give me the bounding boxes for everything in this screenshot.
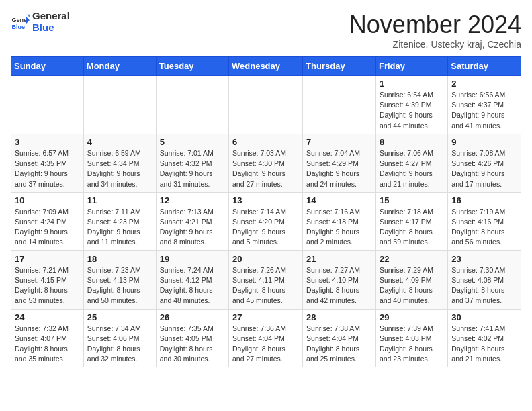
day-cell: 21Sunrise: 7:27 AM Sunset: 4:10 PM Dayli… bbox=[303, 250, 376, 309]
day-cell: 28Sunrise: 7:38 AM Sunset: 4:04 PM Dayli… bbox=[303, 309, 376, 367]
day-info: Sunrise: 7:32 AM Sunset: 4:07 PM Dayligh… bbox=[15, 324, 80, 365]
title-block: November 2024 Zitenice, Ustecky kraj, Cz… bbox=[349, 11, 521, 50]
month-title: November 2024 bbox=[349, 11, 521, 39]
day-info: Sunrise: 7:36 AM Sunset: 4:04 PM Dayligh… bbox=[232, 324, 299, 365]
day-cell: 19Sunrise: 7:24 AM Sunset: 4:12 PM Dayli… bbox=[156, 250, 228, 309]
day-info: Sunrise: 7:11 AM Sunset: 4:23 PM Dayligh… bbox=[87, 207, 152, 248]
day-cell: 23Sunrise: 7:30 AM Sunset: 4:08 PM Dayli… bbox=[448, 250, 521, 309]
weekday-monday: Monday bbox=[83, 57, 156, 76]
day-number: 15 bbox=[380, 195, 444, 205]
day-number: 10 bbox=[15, 195, 80, 205]
day-cell: 27Sunrise: 7:36 AM Sunset: 4:04 PM Dayli… bbox=[229, 309, 303, 367]
week-row-1: 1Sunrise: 6:54 AM Sunset: 4:39 PM Daylig… bbox=[11, 76, 521, 134]
day-cell: 13Sunrise: 7:14 AM Sunset: 4:20 PM Dayli… bbox=[229, 192, 303, 250]
day-cell: 24Sunrise: 7:32 AM Sunset: 4:07 PM Dayli… bbox=[11, 309, 84, 367]
day-cell: 30Sunrise: 7:41 AM Sunset: 4:02 PM Dayli… bbox=[448, 309, 521, 367]
weekday-header-row: SundayMondayTuesdayWednesdayThursdayFrid… bbox=[11, 57, 521, 76]
logo-blue: Blue bbox=[32, 21, 54, 33]
day-info: Sunrise: 7:30 AM Sunset: 4:08 PM Dayligh… bbox=[451, 265, 517, 306]
day-number: 5 bbox=[160, 137, 225, 147]
day-number: 2 bbox=[451, 79, 517, 89]
week-row-3: 10Sunrise: 7:09 AM Sunset: 4:24 PM Dayli… bbox=[11, 192, 521, 250]
day-cell: 8Sunrise: 7:06 AM Sunset: 4:27 PM Daylig… bbox=[375, 134, 447, 192]
day-number: 25 bbox=[87, 312, 152, 322]
day-info: Sunrise: 7:19 AM Sunset: 4:16 PM Dayligh… bbox=[451, 207, 517, 248]
logo: General Blue General Blue bbox=[11, 11, 70, 33]
day-info: Sunrise: 7:41 AM Sunset: 4:02 PM Dayligh… bbox=[451, 324, 517, 365]
day-info: Sunrise: 7:24 AM Sunset: 4:12 PM Dayligh… bbox=[160, 265, 225, 306]
day-cell: 18Sunrise: 7:23 AM Sunset: 4:13 PM Dayli… bbox=[83, 250, 156, 309]
day-cell: 3Sunrise: 6:57 AM Sunset: 4:35 PM Daylig… bbox=[11, 134, 84, 192]
day-info: Sunrise: 7:26 AM Sunset: 4:11 PM Dayligh… bbox=[232, 265, 299, 306]
calendar-body: 1Sunrise: 6:54 AM Sunset: 4:39 PM Daylig… bbox=[11, 76, 521, 367]
day-info: Sunrise: 7:04 AM Sunset: 4:29 PM Dayligh… bbox=[306, 148, 372, 189]
day-number: 16 bbox=[451, 195, 517, 205]
day-info: Sunrise: 7:35 AM Sunset: 4:05 PM Dayligh… bbox=[160, 324, 225, 365]
day-number: 14 bbox=[306, 195, 372, 205]
week-row-5: 24Sunrise: 7:32 AM Sunset: 4:07 PM Dayli… bbox=[11, 309, 521, 367]
day-cell: 14Sunrise: 7:16 AM Sunset: 4:18 PM Dayli… bbox=[303, 192, 376, 250]
day-number: 30 bbox=[451, 312, 517, 322]
day-cell bbox=[156, 76, 228, 134]
day-number: 21 bbox=[306, 254, 372, 264]
day-cell: 12Sunrise: 7:13 AM Sunset: 4:21 PM Dayli… bbox=[156, 192, 228, 250]
weekday-saturday: Saturday bbox=[448, 57, 521, 76]
day-cell: 22Sunrise: 7:29 AM Sunset: 4:09 PM Dayli… bbox=[375, 250, 447, 309]
day-number: 8 bbox=[380, 137, 444, 147]
day-number: 3 bbox=[15, 137, 80, 147]
logo-icon: General Blue bbox=[11, 13, 30, 32]
day-info: Sunrise: 7:03 AM Sunset: 4:30 PM Dayligh… bbox=[232, 148, 299, 189]
day-cell bbox=[229, 76, 303, 134]
day-cell: 29Sunrise: 7:39 AM Sunset: 4:03 PM Dayli… bbox=[375, 309, 447, 367]
day-info: Sunrise: 7:01 AM Sunset: 4:32 PM Dayligh… bbox=[160, 148, 225, 189]
day-number: 13 bbox=[232, 195, 299, 205]
day-cell: 9Sunrise: 7:08 AM Sunset: 4:26 PM Daylig… bbox=[448, 134, 521, 192]
day-cell: 2Sunrise: 6:56 AM Sunset: 4:37 PM Daylig… bbox=[448, 76, 521, 134]
day-cell bbox=[303, 76, 376, 134]
day-info: Sunrise: 6:59 AM Sunset: 4:34 PM Dayligh… bbox=[87, 148, 152, 189]
logo-general: General bbox=[32, 10, 70, 21]
day-cell: 6Sunrise: 7:03 AM Sunset: 4:30 PM Daylig… bbox=[229, 134, 303, 192]
day-cell: 4Sunrise: 6:59 AM Sunset: 4:34 PM Daylig… bbox=[83, 134, 156, 192]
week-row-2: 3Sunrise: 6:57 AM Sunset: 4:35 PM Daylig… bbox=[11, 134, 521, 192]
day-info: Sunrise: 7:21 AM Sunset: 4:15 PM Dayligh… bbox=[15, 265, 80, 306]
day-number: 9 bbox=[451, 137, 517, 147]
day-info: Sunrise: 7:23 AM Sunset: 4:13 PM Dayligh… bbox=[87, 265, 152, 306]
header: General Blue General Blue November 2024 … bbox=[11, 11, 521, 50]
weekday-sunday: Sunday bbox=[11, 57, 84, 76]
day-cell: 25Sunrise: 7:34 AM Sunset: 4:06 PM Dayli… bbox=[83, 309, 156, 367]
day-info: Sunrise: 7:38 AM Sunset: 4:04 PM Dayligh… bbox=[306, 324, 372, 365]
day-cell: 17Sunrise: 7:21 AM Sunset: 4:15 PM Dayli… bbox=[11, 250, 84, 309]
day-number: 6 bbox=[232, 137, 299, 147]
day-info: Sunrise: 6:57 AM Sunset: 4:35 PM Dayligh… bbox=[15, 148, 80, 189]
week-row-4: 17Sunrise: 7:21 AM Sunset: 4:15 PM Dayli… bbox=[11, 250, 521, 309]
day-number: 26 bbox=[160, 312, 225, 322]
svg-text:Blue: Blue bbox=[11, 23, 25, 30]
day-cell: 20Sunrise: 7:26 AM Sunset: 4:11 PM Dayli… bbox=[229, 250, 303, 309]
day-number: 27 bbox=[232, 312, 299, 322]
weekday-wednesday: Wednesday bbox=[229, 57, 303, 76]
day-number: 1 bbox=[380, 79, 444, 89]
weekday-friday: Friday bbox=[375, 57, 447, 76]
day-number: 29 bbox=[380, 312, 444, 322]
day-info: Sunrise: 7:27 AM Sunset: 4:10 PM Dayligh… bbox=[306, 265, 372, 306]
day-number: 18 bbox=[87, 254, 152, 264]
day-info: Sunrise: 7:08 AM Sunset: 4:26 PM Dayligh… bbox=[451, 148, 517, 189]
day-cell bbox=[11, 76, 84, 134]
weekday-thursday: Thursday bbox=[303, 57, 376, 76]
day-info: Sunrise: 7:29 AM Sunset: 4:09 PM Dayligh… bbox=[380, 265, 444, 306]
weekday-tuesday: Tuesday bbox=[156, 57, 228, 76]
day-cell bbox=[83, 76, 156, 134]
day-info: Sunrise: 7:14 AM Sunset: 4:20 PM Dayligh… bbox=[232, 207, 299, 248]
day-cell: 5Sunrise: 7:01 AM Sunset: 4:32 PM Daylig… bbox=[156, 134, 228, 192]
day-cell: 1Sunrise: 6:54 AM Sunset: 4:39 PM Daylig… bbox=[375, 76, 447, 134]
day-cell: 16Sunrise: 7:19 AM Sunset: 4:16 PM Dayli… bbox=[448, 192, 521, 250]
calendar: SundayMondayTuesdayWednesdayThursdayFrid… bbox=[11, 56, 521, 367]
day-number: 23 bbox=[451, 254, 517, 264]
day-number: 22 bbox=[380, 254, 444, 264]
day-info: Sunrise: 7:13 AM Sunset: 4:21 PM Dayligh… bbox=[160, 207, 225, 248]
day-cell: 11Sunrise: 7:11 AM Sunset: 4:23 PM Dayli… bbox=[83, 192, 156, 250]
day-number: 4 bbox=[87, 137, 152, 147]
day-info: Sunrise: 7:39 AM Sunset: 4:03 PM Dayligh… bbox=[380, 324, 444, 365]
day-cell: 15Sunrise: 7:18 AM Sunset: 4:17 PM Dayli… bbox=[375, 192, 447, 250]
